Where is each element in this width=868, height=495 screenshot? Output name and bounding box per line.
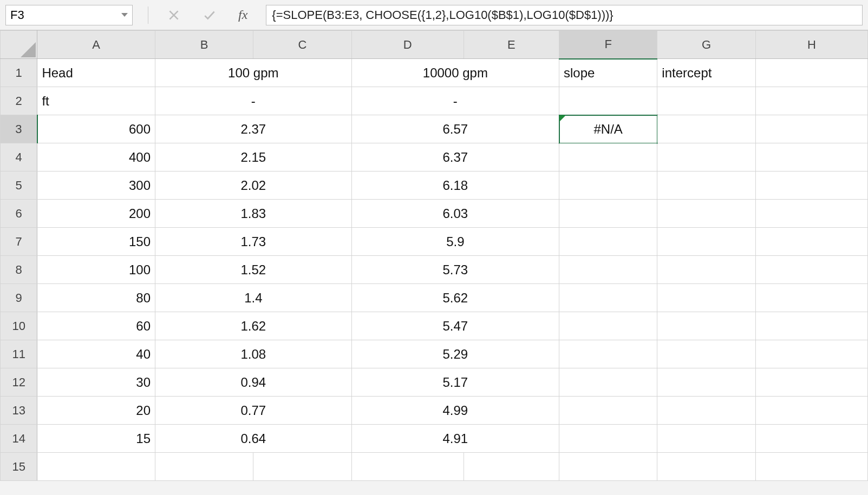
- cell-A12[interactable]: 30: [37, 368, 155, 397]
- cell-B6[interactable]: 1.83: [155, 200, 351, 228]
- cell-G9[interactable]: [657, 284, 755, 312]
- cell-B15[interactable]: [155, 453, 253, 481]
- cell-H8[interactable]: [755, 256, 867, 284]
- cell-A2[interactable]: ft: [37, 87, 155, 115]
- cell-H7[interactable]: [755, 228, 867, 256]
- cell-H2[interactable]: [755, 87, 867, 115]
- cell-G2[interactable]: [657, 87, 755, 115]
- row-header-7[interactable]: 7: [1, 228, 37, 256]
- cell-F2[interactable]: [559, 87, 657, 115]
- cell-A4[interactable]: 400: [37, 143, 155, 171]
- cell-B9[interactable]: 1.4: [155, 284, 351, 312]
- cell-G6[interactable]: [657, 200, 755, 228]
- row-header-9[interactable]: 9: [1, 284, 37, 312]
- cell-C15[interactable]: [253, 453, 351, 481]
- column-header-B[interactable]: B: [155, 31, 253, 59]
- cell-D11[interactable]: 5.29: [351, 340, 559, 368]
- cell-D15[interactable]: [351, 453, 464, 481]
- cell-H1[interactable]: [755, 59, 867, 87]
- cell-H12[interactable]: [755, 368, 867, 397]
- column-header-A[interactable]: A: [37, 31, 155, 59]
- name-box[interactable]: [5, 5, 133, 25]
- cell-F9[interactable]: [559, 284, 657, 312]
- cell-A11[interactable]: 40: [37, 340, 155, 368]
- cell-H10[interactable]: [755, 312, 867, 340]
- cell-D9[interactable]: 5.62: [351, 284, 559, 312]
- cell-F6[interactable]: [559, 200, 657, 228]
- cell-G8[interactable]: [657, 256, 755, 284]
- cell-D1[interactable]: 10000 gpm: [351, 59, 559, 87]
- cell-E15[interactable]: [464, 453, 559, 481]
- cell-A1[interactable]: Head: [37, 59, 155, 87]
- cell-H14[interactable]: [755, 425, 867, 453]
- row-header-13[interactable]: 13: [1, 397, 37, 425]
- cell-B4[interactable]: 2.15: [155, 143, 351, 171]
- cell-B7[interactable]: 1.73: [155, 228, 351, 256]
- cell-G11[interactable]: [657, 340, 755, 368]
- row-header-3[interactable]: 3: [1, 115, 37, 143]
- cell-F5[interactable]: [559, 171, 657, 200]
- cell-F15[interactable]: [559, 453, 657, 481]
- cell-B10[interactable]: 1.62: [155, 312, 351, 340]
- cell-B12[interactable]: 0.94: [155, 368, 351, 397]
- row-header-5[interactable]: 5: [1, 171, 37, 200]
- row-header-2[interactable]: 2: [1, 87, 37, 115]
- column-header-E[interactable]: E: [464, 31, 559, 59]
- row-header-11[interactable]: 11: [1, 340, 37, 368]
- cell-A7[interactable]: 150: [37, 228, 155, 256]
- cell-A13[interactable]: 20: [37, 397, 155, 425]
- cell-G10[interactable]: [657, 312, 755, 340]
- row-header-12[interactable]: 12: [1, 368, 37, 397]
- cell-F8[interactable]: [559, 256, 657, 284]
- cell-F13[interactable]: [559, 397, 657, 425]
- cell-H9[interactable]: [755, 284, 867, 312]
- column-header-G[interactable]: G: [657, 31, 755, 59]
- cell-A5[interactable]: 300: [37, 171, 155, 200]
- cell-F7[interactable]: [559, 228, 657, 256]
- cell-D2[interactable]: -: [351, 87, 559, 115]
- cell-D10[interactable]: 5.47: [351, 312, 559, 340]
- cell-A3[interactable]: 600: [37, 115, 155, 143]
- cell-D14[interactable]: 4.91: [351, 425, 559, 453]
- cell-H6[interactable]: [755, 200, 867, 228]
- cell-B2[interactable]: -: [155, 87, 351, 115]
- cell-G3[interactable]: [657, 115, 755, 143]
- cell-A8[interactable]: 100: [37, 256, 155, 284]
- cell-B14[interactable]: 0.64: [155, 425, 351, 453]
- cell-F10[interactable]: [559, 312, 657, 340]
- cell-H5[interactable]: [755, 171, 867, 200]
- cell-F14[interactable]: [559, 425, 657, 453]
- cell-D3[interactable]: 6.57: [351, 115, 559, 143]
- cell-B11[interactable]: 1.08: [155, 340, 351, 368]
- cell-H4[interactable]: [755, 143, 867, 171]
- row-header-14[interactable]: 14: [1, 425, 37, 453]
- row-header-4[interactable]: 4: [1, 143, 37, 171]
- cell-H3[interactable]: [755, 115, 867, 143]
- cell-G15[interactable]: [657, 453, 755, 481]
- column-header-H[interactable]: H: [755, 31, 867, 59]
- cell-G7[interactable]: [657, 228, 755, 256]
- cell-D13[interactable]: 4.99: [351, 397, 559, 425]
- row-header-10[interactable]: 10: [1, 312, 37, 340]
- column-header-C[interactable]: C: [253, 31, 351, 59]
- name-box-dropdown-icon[interactable]: [121, 13, 128, 17]
- cell-D8[interactable]: 5.73: [351, 256, 559, 284]
- cell-G4[interactable]: [657, 143, 755, 171]
- cell-A14[interactable]: 15: [37, 425, 155, 453]
- cell-D4[interactable]: 6.37: [351, 143, 559, 171]
- column-header-D[interactable]: D: [351, 31, 464, 59]
- cell-B13[interactable]: 0.77: [155, 397, 351, 425]
- cell-D5[interactable]: 6.18: [351, 171, 559, 200]
- cell-A15[interactable]: [37, 453, 155, 481]
- name-box-input[interactable]: [10, 8, 121, 22]
- spreadsheet-grid[interactable]: ABCDEFGH1Head100 gpm10000 gpmslopeinterc…: [0, 30, 868, 481]
- row-header-15[interactable]: 15: [1, 453, 37, 481]
- cell-H15[interactable]: [755, 453, 867, 481]
- cell-F3[interactable]: #N/A!: [559, 115, 657, 143]
- cell-A6[interactable]: 200: [37, 200, 155, 228]
- cell-D7[interactable]: 5.9: [351, 228, 559, 256]
- cell-F4[interactable]: [559, 143, 657, 171]
- cell-B8[interactable]: 1.52: [155, 256, 351, 284]
- select-all-corner[interactable]: [1, 31, 37, 59]
- row-header-6[interactable]: 6: [1, 200, 37, 228]
